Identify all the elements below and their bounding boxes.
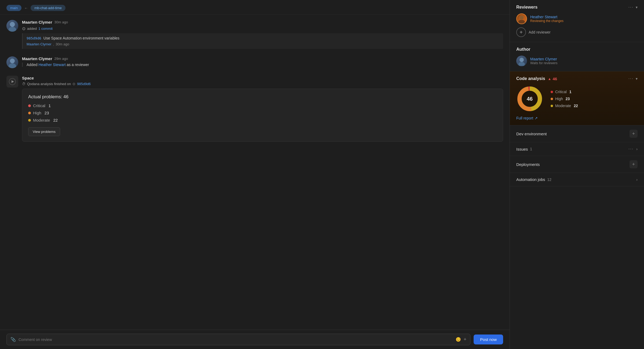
feed-time-1: 30m ago — [54, 20, 68, 24]
critical-dot — [28, 104, 31, 107]
warning-triangle-icon: ▲ — [548, 77, 551, 81]
high-label: High — [33, 111, 41, 115]
dev-env-add-button[interactable]: + — [630, 130, 638, 138]
reviewers-chevron-icon[interactable]: ▾ — [636, 5, 638, 9]
author-title: Author — [516, 47, 530, 52]
issues-right: ··· › — [628, 147, 638, 151]
feature-branch-tag[interactable]: mb-chat-add-time — [31, 5, 65, 11]
reviewer-action: Added Heather Stewart as a reviewer — [22, 63, 503, 67]
legend-high-count: 23 — [566, 97, 570, 101]
feed-content-3: Space ⏱ Qodana analysis finished on ⊙ 98… — [22, 76, 503, 142]
reviewer-name[interactable]: Heather Stewart — [530, 15, 638, 19]
problem-moderate: Moderate 22 — [28, 118, 497, 122]
automation-count: 12 — [547, 177, 552, 182]
plus-comment-icon[interactable]: + — [464, 337, 467, 342]
ca-legend: Critical 1 High 23 Moderate 22 — [551, 90, 578, 108]
legend-moderate-label: Moderate — [555, 104, 571, 108]
main-branch-tag[interactable]: main — [6, 5, 21, 11]
ca-more-button[interactable]: ··· — [628, 76, 634, 81]
automation-section[interactable]: Automation jobs 12 › — [510, 173, 644, 186]
feed-header-2: Maarten Clymer 29m ago — [22, 56, 503, 61]
legend-high-dot — [551, 98, 553, 100]
moderate-count: 22 — [53, 118, 58, 122]
ca-chevron-icon[interactable]: ▾ — [636, 77, 638, 81]
dev-environment-section[interactable]: Dev environment + — [510, 125, 644, 142]
feed-content-1: Maarten Clymer 30m ago ⊙ added 1 commit … — [22, 20, 503, 49]
commit-author[interactable]: Maarten Clymer — [27, 42, 51, 46]
svg-point-4 — [9, 63, 16, 68]
ca-badge: ▲ 46 — [548, 77, 557, 81]
feed-area: Maarten Clymer 30m ago ⊙ added 1 commit … — [0, 14, 510, 330]
donut-chart: 46 — [516, 85, 543, 112]
comment-input-wrap: 📎 😊 + — [6, 334, 470, 345]
avatar-maarten-1 — [6, 20, 18, 32]
reviewer-info: Heather Stewart Reviewing the changes — [530, 15, 638, 23]
automation-arrow-icon: › — [636, 177, 638, 182]
reviewer-link[interactable]: Heather Stewart — [38, 63, 65, 67]
comment-input[interactable] — [19, 337, 453, 342]
moderate-dot — [28, 119, 31, 122]
space-title: Space — [22, 76, 503, 80]
author-section: Author Maarten Clymer Waits for reviewer… — [510, 42, 644, 71]
author-item: Maarten Clymer Waits for reviewers — [516, 56, 638, 66]
author-header: Author — [516, 47, 638, 52]
dev-env-title: Dev environment — [516, 132, 547, 136]
ca-title-group: Code analysis ▲ 46 — [516, 76, 557, 81]
feed-header-1: Maarten Clymer 30m ago — [22, 20, 503, 24]
ca-count: 46 — [552, 77, 557, 81]
author-name[interactable]: Maarten Clymer — [530, 57, 558, 61]
deployments-right: + — [630, 160, 638, 168]
svg-point-10 — [519, 58, 524, 62]
commit-dash-icon: ⊙ — [72, 82, 75, 86]
feed-item-reviewer: Maarten Clymer 29m ago Added Heather Ste… — [6, 56, 503, 68]
attachment-icon[interactable]: 📎 — [10, 337, 16, 342]
commit-hash[interactable]: 985d9d6 — [27, 36, 41, 40]
svg-point-1 — [9, 27, 16, 32]
full-report-link[interactable]: Full report ↗ — [516, 116, 638, 120]
branch-arrow-icon: ← — [24, 6, 28, 10]
legend-moderate: Moderate 22 — [551, 104, 578, 108]
reviewers-title: Reviewers — [516, 5, 537, 10]
deployments-left: Deployments — [516, 162, 540, 167]
deployments-title: Deployments — [516, 162, 540, 167]
post-now-button[interactable]: Post now — [474, 335, 503, 344]
qodana-commit-link[interactable]: 985d9d6 — [77, 82, 91, 86]
legend-moderate-dot — [551, 105, 553, 107]
issues-more-button[interactable]: ··· — [628, 147, 634, 151]
issues-left: Issues 1 — [516, 147, 532, 151]
ca-actions: ··· ▾ — [628, 76, 638, 81]
reviewer-avatar — [516, 13, 527, 24]
commit-detail: 985d9d6 Use Space Automation environment… — [22, 33, 503, 49]
clock-icon: ⏱ — [22, 82, 25, 86]
add-icon: + — [516, 27, 526, 37]
feed-item-commit: Maarten Clymer 30m ago ⊙ added 1 commit … — [6, 20, 503, 49]
feed-time-2: 29m ago — [54, 57, 68, 61]
issues-title: Issues — [516, 147, 528, 151]
svg-point-3 — [10, 59, 15, 63]
qodana-line: ⏱ Qodana analysis finished on ⊙ 985d9d6 — [22, 82, 503, 86]
emoji-icon[interactable]: 😊 — [456, 337, 461, 342]
moderate-label: Moderate — [33, 118, 50, 122]
author-name-1: Maarten Clymer — [22, 20, 52, 24]
deployments-section[interactable]: Deployments + — [510, 156, 644, 173]
svg-point-8 — [518, 20, 525, 24]
feed-action-1: ⊙ added 1 commit — [22, 26, 503, 31]
add-reviewer-button[interactable]: + Add reviewer — [516, 27, 638, 37]
view-problems-button[interactable]: View problems — [28, 127, 60, 136]
reviewers-actions: ··· ▾ — [628, 5, 638, 10]
commit-count-link[interactable]: 1 commit — [38, 27, 53, 31]
critical-label: Critical — [33, 103, 45, 108]
automation-title: Automation jobs — [516, 177, 545, 182]
issues-section[interactable]: Issues 1 ··· › — [510, 142, 644, 156]
problem-critical: Critical 1 — [28, 103, 497, 108]
reviewers-section: Reviewers ··· ▾ Heather Stewart Reviewin… — [510, 0, 644, 42]
legend-critical-label: Critical — [555, 90, 567, 94]
reviewers-more-button[interactable]: ··· — [628, 5, 634, 10]
add-reviewer-label: Add reviewer — [529, 30, 551, 34]
deployments-add-button[interactable]: + — [630, 160, 638, 168]
high-dot — [28, 112, 31, 114]
legend-critical-dot — [551, 91, 553, 93]
legend-critical: Critical 1 — [551, 90, 578, 94]
avatar-maarten-2 — [6, 56, 18, 68]
problem-high: High 23 — [28, 111, 497, 115]
